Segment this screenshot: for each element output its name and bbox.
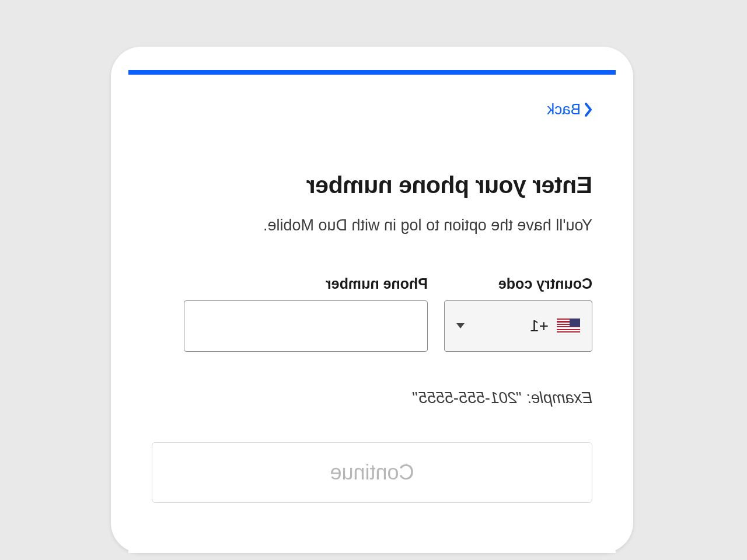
- chevron-down-icon: [456, 323, 465, 328]
- phone-form-row: Country code +1 Phone number: [152, 275, 592, 352]
- phone-number-label: Phone number: [184, 275, 428, 292]
- auth-card: Back Enter your phone number You'll have…: [128, 70, 616, 553]
- device-frame: Back Enter your phone number You'll have…: [111, 47, 633, 553]
- back-button[interactable]: Back: [547, 100, 592, 118]
- dial-code: +1: [530, 317, 549, 335]
- country-code-label: Country code: [444, 275, 592, 292]
- back-label: Back: [547, 100, 581, 118]
- continue-label: Continue: [330, 460, 414, 485]
- page-subtitle: You'll have the option to log in with Du…: [152, 216, 592, 235]
- continue-button[interactable]: Continue: [152, 442, 592, 503]
- page-title: Enter your phone number: [152, 172, 592, 199]
- example-hint: Example: "201-555-5555": [152, 389, 592, 407]
- phone-number-input[interactable]: [184, 300, 428, 352]
- chevron-left-icon: [584, 103, 592, 117]
- us-flag-icon: [557, 318, 580, 334]
- country-code-select[interactable]: +1: [444, 300, 592, 352]
